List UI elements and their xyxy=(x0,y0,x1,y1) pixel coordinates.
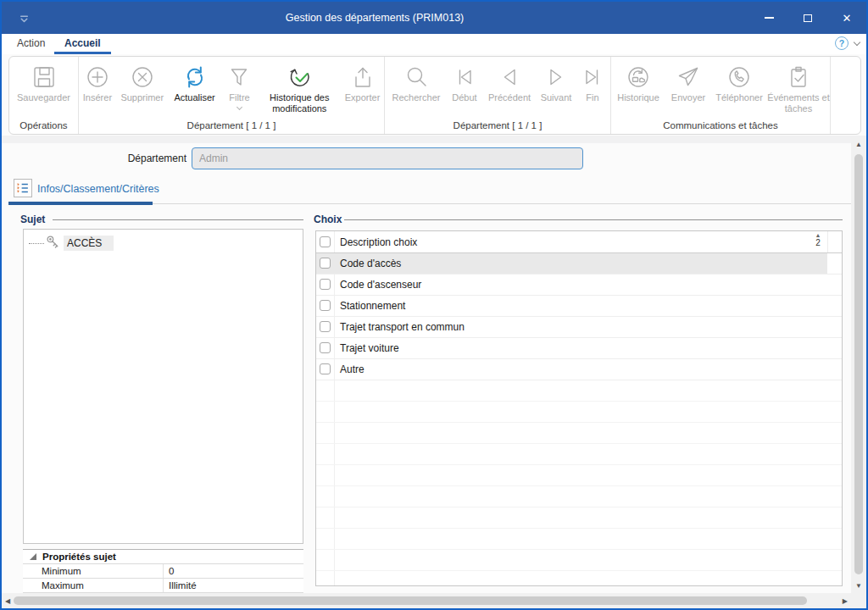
property-value[interactable]: Illimité xyxy=(163,579,303,592)
menu-tab-action[interactable]: Action xyxy=(7,34,55,54)
vertical-scroll-thumb[interactable] xyxy=(854,154,863,574)
help-button[interactable]: ? xyxy=(835,36,849,50)
phone-icon xyxy=(726,63,752,92)
horizontal-scroll-thumb[interactable] xyxy=(14,596,807,605)
row-checkbox[interactable] xyxy=(320,279,331,290)
next-button[interactable]: Suivant xyxy=(536,61,576,103)
scroll-left-icon[interactable]: ◀ xyxy=(5,593,10,608)
scroll-up-icon[interactable]: ▲ xyxy=(851,141,866,148)
row-end-cell xyxy=(827,253,842,274)
row-checkbox[interactable] xyxy=(320,258,331,269)
save-button[interactable]: Sauvegarder xyxy=(10,61,78,103)
table-header[interactable]: Description choix ▲ 2 xyxy=(316,231,842,253)
refresh-button[interactable]: Actualiser xyxy=(169,61,221,103)
properties-header[interactable]: Propriétés sujet xyxy=(23,550,303,564)
collapse-icon xyxy=(30,553,36,560)
table-row-empty xyxy=(316,402,842,423)
menubar: Action Accueil ? xyxy=(2,34,866,54)
filter-icon xyxy=(226,63,252,92)
last-icon xyxy=(580,63,605,92)
first-icon xyxy=(452,63,477,92)
row-checkbox[interactable] xyxy=(320,321,331,332)
horizontal-scrollbar[interactable]: ◀ ▶ xyxy=(2,593,851,608)
table-row[interactable]: Code d'accès xyxy=(316,253,842,274)
property-value[interactable]: 0 xyxy=(163,564,303,578)
table-row[interactable]: Autre xyxy=(316,359,842,380)
sujet-tree: ACCÈS xyxy=(23,229,303,544)
ribbon: Sauvegarder Opérations Insérer Supprimer xyxy=(8,56,861,135)
chevron-down-icon[interactable] xyxy=(854,38,860,45)
property-row: Maximum Illimité xyxy=(23,579,303,593)
sort-indicator[interactable]: ▲ 2 xyxy=(811,232,825,247)
previous-icon xyxy=(497,63,522,92)
ribbon-group-departement-nav: Rechercher Début Précédent xyxy=(385,57,611,134)
table-row-empty xyxy=(316,550,842,571)
row-end-cell xyxy=(827,359,842,380)
select-all-checkbox[interactable] xyxy=(320,236,331,247)
choix-table: Description choix ▲ 2 Code d'accès Code … xyxy=(315,230,843,586)
property-row: Minimum 0 xyxy=(23,564,303,579)
titlebar: Gestion des départements (PRIM013) ✕ xyxy=(2,2,866,34)
previous-button[interactable]: Précédent xyxy=(483,61,536,103)
scroll-right-icon[interactable]: ▶ xyxy=(843,593,848,608)
row-end-cell xyxy=(827,317,842,338)
minimize-icon xyxy=(765,17,774,19)
last-button[interactable]: Fin xyxy=(576,61,609,103)
scroll-down-icon[interactable]: ▼ xyxy=(851,582,866,590)
send-button[interactable]: Envoyer xyxy=(665,61,711,103)
table-row-empty xyxy=(316,380,842,402)
table-row[interactable]: Trajet transport en commun xyxy=(316,317,842,338)
sujet-legend-line xyxy=(53,219,303,220)
search-icon xyxy=(403,63,429,92)
table-row-empty xyxy=(316,507,842,529)
table-row[interactable]: Stationnement xyxy=(316,296,842,317)
row-label: Stationnement xyxy=(340,300,405,312)
row-label: Code d'accès xyxy=(340,258,401,269)
search-button[interactable]: Rechercher xyxy=(387,61,446,103)
row-checkbox[interactable] xyxy=(320,363,331,374)
close-button[interactable]: ✕ xyxy=(827,2,866,34)
first-button[interactable]: Début xyxy=(446,61,483,103)
filter-dropdown-icon xyxy=(236,104,242,110)
tree-connector xyxy=(29,243,44,244)
phone-button[interactable]: Téléphoner xyxy=(711,61,767,103)
tab-infos-classement-criteres[interactable]: Infos/Classement/Critères xyxy=(37,183,159,195)
export-button[interactable]: Exporter xyxy=(341,61,384,103)
row-label: Code d'ascenseur xyxy=(340,279,421,291)
table-row-empty xyxy=(316,444,842,465)
history-button[interactable]: Historique xyxy=(611,61,665,103)
insert-button[interactable]: Insérer xyxy=(79,61,116,103)
tree-item-acces[interactable]: ACCÈS xyxy=(29,235,114,252)
filter-button[interactable]: Filtre xyxy=(221,61,259,109)
vertical-scrollbar[interactable]: ▲ ▼ xyxy=(851,137,866,593)
table-row[interactable]: Code d'ascenseur xyxy=(316,274,842,296)
table-row[interactable]: Trajet voiture xyxy=(316,338,842,359)
ribbon-group-label: Communications et tâches xyxy=(611,120,830,130)
app-window: Gestion des départements (PRIM013) ✕ Act… xyxy=(0,0,868,610)
maximize-button[interactable] xyxy=(788,2,827,34)
ribbon-group-departement-edit: Insérer Supprimer Actualiser xyxy=(79,57,385,134)
minimize-button[interactable] xyxy=(749,2,788,34)
table-row-empty xyxy=(316,465,842,486)
row-checkbox[interactable] xyxy=(320,342,331,353)
row-checkbox[interactable] xyxy=(320,300,331,311)
tab-infos-icon xyxy=(14,179,32,197)
menu-tab-accueil[interactable]: Accueil xyxy=(54,34,111,54)
department-field[interactable] xyxy=(192,147,583,169)
tree-item-label: ACCÈS xyxy=(64,236,114,251)
maximize-icon xyxy=(804,14,812,22)
delete-button[interactable]: Supprimer xyxy=(116,61,169,103)
column-header-label[interactable]: Description choix xyxy=(340,236,417,248)
row-label: Trajet voiture xyxy=(340,342,399,354)
choix-legend: Choix xyxy=(314,214,342,225)
export-icon xyxy=(350,63,376,92)
ribbon-group-label: Département [ 1 / 1 ] xyxy=(79,120,384,130)
sort-asc-icon: ▲ xyxy=(811,232,825,238)
table-row-empty xyxy=(316,486,842,507)
row-label: Trajet transport en commun xyxy=(340,321,465,333)
ribbon-filler xyxy=(831,57,860,134)
events-tasks-button[interactable]: Événements et tâches xyxy=(767,61,830,114)
properties-panel: Propriétés sujet Minimum 0 Maximum Illim… xyxy=(23,549,303,593)
modification-history-button[interactable]: Historique des modifications xyxy=(258,61,341,114)
choix-legend-line xyxy=(344,219,843,220)
